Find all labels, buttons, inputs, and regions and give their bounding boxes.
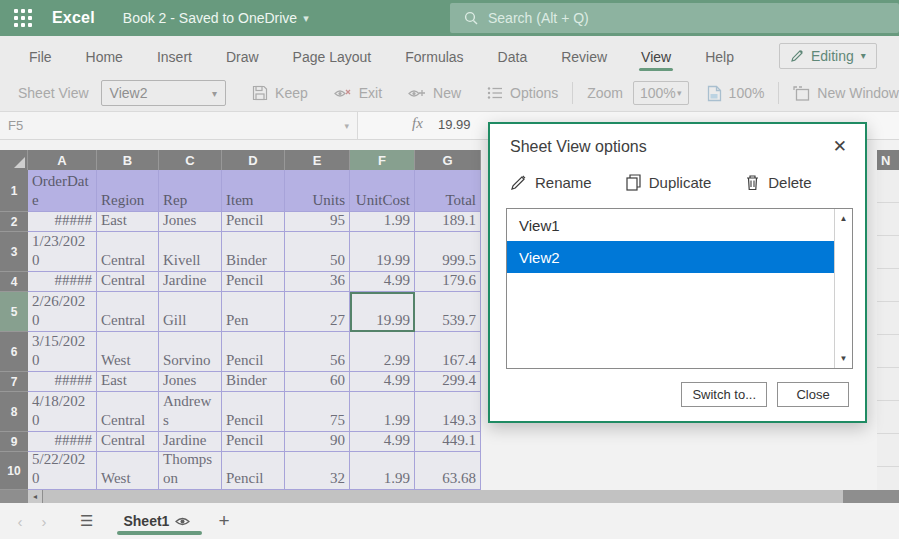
cell-E9[interactable]: 90 xyxy=(285,432,350,452)
cell-A3[interactable]: 1/23/2020 xyxy=(28,232,97,272)
editing-mode-button[interactable]: Editing ▾ xyxy=(779,43,877,69)
cell-G4[interactable]: 179.6 xyxy=(415,272,481,292)
keep-button[interactable]: Keep xyxy=(252,85,308,101)
scroll-down-icon[interactable]: ▼ xyxy=(835,350,852,367)
listbox-scrollbar[interactable]: ▲ ▼ xyxy=(834,209,852,368)
cell-D1[interactable]: Item xyxy=(222,170,285,212)
rename-button[interactable]: Rename xyxy=(510,174,592,191)
cell-C9[interactable]: Jardine xyxy=(159,432,222,452)
cell-C8[interactable]: Andrews xyxy=(159,392,222,432)
duplicate-button[interactable]: Duplicate xyxy=(626,174,712,191)
cell-F10[interactable]: 1.99 xyxy=(350,452,415,490)
cell-G2[interactable]: 189.1 xyxy=(415,212,481,232)
cell-E5[interactable]: 27 xyxy=(285,292,350,332)
next-sheet-icon[interactable]: › xyxy=(36,513,52,530)
horizontal-scrollbar[interactable]: ◂ xyxy=(0,490,899,503)
cell-F7[interactable]: 4.99 xyxy=(350,372,415,392)
cell-G7[interactable]: 299.4 xyxy=(415,372,481,392)
cell-D4[interactable]: Pencil xyxy=(222,272,285,292)
app-launcher-icon[interactable] xyxy=(12,7,34,29)
row-header-10[interactable]: 10 xyxy=(0,452,28,490)
row-header-1[interactable]: 1 xyxy=(0,170,28,212)
cell-C1[interactable]: Rep xyxy=(159,170,222,212)
cell-A4[interactable]: ##### xyxy=(28,272,97,292)
cell-C2[interactable]: Jones xyxy=(159,212,222,232)
all-sheets-menu-icon[interactable]: ☰ xyxy=(80,512,93,530)
ribbon-tab-draw[interactable]: Draw xyxy=(211,39,274,73)
scrollbar-thumb[interactable] xyxy=(43,490,843,503)
sheet-view-dropdown[interactable]: View2 ▾ xyxy=(101,80,226,106)
ribbon-tab-data[interactable]: Data xyxy=(483,39,543,73)
cell-F1[interactable]: UnitCost xyxy=(350,170,415,212)
cell-F3[interactable]: 19.99 xyxy=(350,232,415,272)
ribbon-tab-file[interactable]: File xyxy=(14,39,67,73)
cell-E8[interactable]: 75 xyxy=(285,392,350,432)
ribbon-tab-insert[interactable]: Insert xyxy=(142,39,207,73)
empty-cells[interactable] xyxy=(877,170,899,490)
cell-G5[interactable]: 539.7 xyxy=(415,292,481,332)
name-box[interactable]: F5 ▾ xyxy=(0,112,358,139)
select-all-corner[interactable] xyxy=(0,150,28,170)
zoom-dropdown[interactable]: 100% ▾ xyxy=(633,81,689,105)
cell-E2[interactable]: 95 xyxy=(285,212,350,232)
cell-D7[interactable]: Binder xyxy=(222,372,285,392)
cell-G8[interactable]: 149.3 xyxy=(415,392,481,432)
ribbon-tab-formulas[interactable]: Formulas xyxy=(390,39,478,73)
ribbon-tab-view[interactable]: View xyxy=(626,39,686,73)
cell-C7[interactable]: Jones xyxy=(159,372,222,392)
cell-E3[interactable]: 50 xyxy=(285,232,350,272)
cell-B9[interactable]: Central xyxy=(97,432,159,452)
row-header-8[interactable]: 8 xyxy=(0,392,28,432)
add-sheet-button[interactable]: + xyxy=(218,510,229,532)
cell-G1[interactable]: Total xyxy=(415,170,481,212)
cell-C4[interactable]: Jardine xyxy=(159,272,222,292)
cell-E10[interactable]: 32 xyxy=(285,452,350,490)
cell-A2[interactable]: ##### xyxy=(28,212,97,232)
cell-C3[interactable]: Kivell xyxy=(159,232,222,272)
cell-D10[interactable]: Pencil xyxy=(222,452,285,490)
cell-B10[interactable]: West xyxy=(97,452,159,490)
ribbon-tab-page-layout[interactable]: Page Layout xyxy=(278,39,387,73)
search-input[interactable]: Search (Alt + Q) xyxy=(450,3,899,33)
cell-F8[interactable]: 1.99 xyxy=(350,392,415,432)
cell-E7[interactable]: 60 xyxy=(285,372,350,392)
cell-F4[interactable]: 4.99 xyxy=(350,272,415,292)
cell-A1[interactable]: OrderDate xyxy=(28,170,97,212)
cell-D5[interactable]: Pen xyxy=(222,292,285,332)
cell-G6[interactable]: 167.4 xyxy=(415,332,481,372)
cell-A9[interactable]: ##### xyxy=(28,432,97,452)
cell-B6[interactable]: West xyxy=(97,332,159,372)
column-header-d[interactable]: D xyxy=(222,150,285,170)
cell-C5[interactable]: Gill xyxy=(159,292,222,332)
formula-input[interactable]: 19.99 xyxy=(438,117,471,132)
sheet-tab-sheet1[interactable]: Sheet1 xyxy=(119,505,194,537)
cell-B7[interactable]: East xyxy=(97,372,159,392)
column-header-b[interactable]: B xyxy=(97,150,159,170)
new-window-button[interactable]: New Window xyxy=(793,85,899,101)
cell-A10[interactable]: 5/22/2020 xyxy=(28,452,97,490)
cell-A6[interactable]: 3/15/2020 xyxy=(28,332,97,372)
cell-D8[interactable]: Pencil xyxy=(222,392,285,432)
close-icon[interactable]: ✕ xyxy=(829,134,851,159)
scroll-left-icon[interactable]: ◂ xyxy=(28,490,42,503)
row-header-3[interactable]: 3 xyxy=(0,232,28,272)
cell-A5[interactable]: 2/26/2020 xyxy=(28,292,97,332)
cell-G10[interactable]: 63.68 xyxy=(415,452,481,490)
ribbon-tab-help[interactable]: Help xyxy=(690,39,749,73)
cell-E4[interactable]: 36 xyxy=(285,272,350,292)
ribbon-tab-review[interactable]: Review xyxy=(546,39,622,73)
cell-C10[interactable]: Thompson xyxy=(159,452,222,490)
cell-D2[interactable]: Pencil xyxy=(222,212,285,232)
row-header-5[interactable]: 5 xyxy=(0,292,28,332)
cell-E6[interactable]: 56 xyxy=(285,332,350,372)
column-header-g[interactable]: G xyxy=(415,150,481,170)
row-header-7[interactable]: 7 xyxy=(0,372,28,392)
list-item-view1[interactable]: View1 xyxy=(507,209,834,241)
column-header-f[interactable]: F xyxy=(350,150,415,170)
switch-to-button[interactable]: Switch to... xyxy=(681,382,767,407)
row-header-4[interactable]: 4 xyxy=(0,272,28,292)
column-header-n[interactable]: N xyxy=(877,150,899,170)
cell-F6[interactable]: 2.99 xyxy=(350,332,415,372)
row-header-9[interactable]: 9 xyxy=(0,432,28,452)
cell-D6[interactable]: Pencil xyxy=(222,332,285,372)
